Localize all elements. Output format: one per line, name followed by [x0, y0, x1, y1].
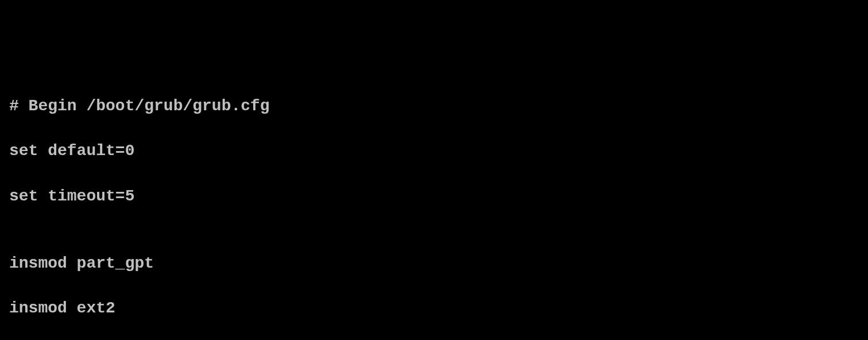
config-line: set default=0 [9, 140, 859, 162]
config-line: insmod ext2 [9, 297, 859, 319]
config-line: insmod part_gpt [9, 252, 859, 275]
config-line: # Begin /boot/grub/grub.cfg [9, 95, 859, 117]
config-line: set timeout=5 [9, 185, 859, 207]
